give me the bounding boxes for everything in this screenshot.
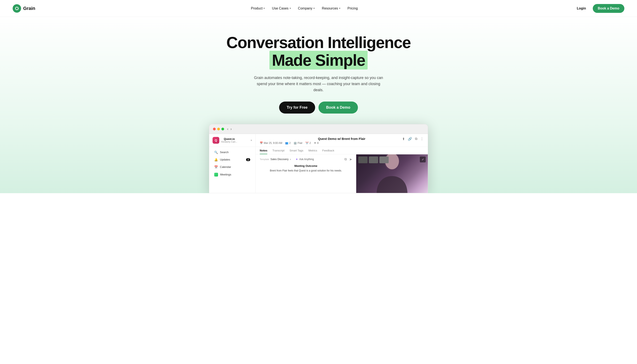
logo[interactable]: Grain [13,4,35,13]
share-icon[interactable]: ⬆ [402,137,405,141]
meeting-video: ⤢ [356,154,428,193]
org-name: Quest.io [222,137,237,140]
eye-icon: 👁 [314,142,316,144]
nav-links: Product ▾ Use Cases ▾ Company ▾ Resource… [248,5,361,12]
template-selector[interactable]: Template Sales Discovery ▾ [260,158,291,161]
app-content: Q Quest.io Kimberly Carl... ▾ 🔍 Search [209,134,428,193]
send-icon[interactable]: ➤ [349,157,352,161]
org-icon: Q [212,137,219,144]
chevron-down-icon: ▾ [290,7,291,10]
ask-anything-button[interactable]: ✦ Ask Anything [296,158,314,161]
meeting-views: 👁 8 [314,142,319,144]
forward-button[interactable]: › [230,127,232,131]
hero-title: Conversation Intelligence Made Simple [224,34,413,69]
book-demo-hero-button[interactable]: Book a Demo [318,102,358,114]
try-free-button[interactable]: Try for Free [279,102,315,114]
hero-cta: Try for Free Book a Demo [8,102,628,114]
login-button[interactable]: Login [574,5,590,12]
calendar-icon: 📅 [214,165,218,169]
meeting-company: 🏢 Flair [294,142,302,144]
browser-dots [213,128,224,130]
meeting-body: Template Sales Discovery ▾ ✦ Ask Anythin… [256,154,428,193]
svg-point-1 [16,7,18,10]
meeting-meta: 📅 Mar 25, 9:00 AM 👥 2 🏢 Flair [260,142,424,144]
video-thumbnails [358,156,389,163]
back-button[interactable]: ‹ [227,127,228,131]
video-placeholder: ⤢ [356,154,428,193]
meeting-title: Quest Demo w/ Brent from Flair [260,137,424,140]
sidebar-nav: 🔍 Search 🔔 Updates 2 📅 Calendar [209,147,255,180]
hero-subtitle: Grain automates note-taking, record-keep… [253,75,384,93]
company-icon: 🏢 [294,142,297,144]
nav-item-company[interactable]: Company ▾ [295,5,318,12]
hero-title-highlight: Made Simple [270,51,368,70]
calendar-small-icon: 📅 [260,142,263,144]
updates-badge: 2 [246,158,250,161]
nav-item-pricing[interactable]: Pricing [344,5,361,12]
ai-icon: ✦ [296,158,298,161]
tab-metrics[interactable]: Metrics [308,149,317,154]
navbar: Grain Product ▾ Use Cases ▾ Company ▾ Re… [0,0,637,17]
sidebar-item-search[interactable]: 🔍 Search [211,149,254,156]
sidebar-item-meetings[interactable]: Meetings [211,171,254,178]
nav-item-usecases[interactable]: Use Cases ▾ [269,5,294,12]
video-thumb-1 [358,156,368,163]
people-icon: 👥 [285,142,288,144]
chevron-template-icon: ▾ [290,158,291,160]
notes-toolbar: Template Sales Discovery ▾ ✦ Ask Anythin… [260,157,352,161]
video-thumb-2 [369,156,378,163]
sidebar-item-updates[interactable]: 🔔 Updates 2 [211,156,254,163]
meeting-tabs: Notes Transcript Smart Tags Metrics Feed… [256,147,428,154]
search-icon: 🔍 [214,150,218,154]
browser-toolbar: ‹ › [209,124,428,134]
browser-nav-buttons: ‹ › [227,127,232,131]
tab-smart-tags[interactable]: Smart Tags [290,149,303,154]
sidebar-chevron-icon: ▾ [251,139,252,142]
chevron-down-icon: ▾ [264,7,265,10]
book-demo-nav-button[interactable]: Book a Demo [593,4,624,13]
meeting-header-icons: ⬆ 🔗 ⧉ ⋮ [402,137,424,141]
org-info: Quest.io Kimberly Carl... [222,137,237,143]
app-preview: ‹ › Q Quest.io Kimberly Carl... [203,124,434,193]
sidebar-item-calendar[interactable]: 📅 Calendar [211,164,254,170]
app-main: Quest Demo w/ Brent from Flair 📅 Mar 25,… [256,134,428,193]
clip-icon: ✂️ [306,142,308,144]
meetings-icon [214,173,218,176]
meeting-notes: Template Sales Discovery ▾ ✦ Ask Anythin… [256,154,356,193]
chevron-down-icon: ▾ [314,7,315,10]
dot-yellow[interactable] [217,128,220,130]
nav-item-resources[interactable]: Resources ▾ [319,5,343,12]
layers-icon[interactable]: ⧉ [415,137,417,141]
tab-notes[interactable]: Notes [260,149,267,154]
chevron-down-icon: ▾ [339,7,340,10]
meeting-attendees: 👥 2 [285,142,291,144]
meeting-outcome-title: Meeting Outcome [260,164,352,168]
dot-red[interactable] [213,128,216,130]
notes-action-buttons: ⧉ ➤ [344,157,352,161]
app-sidebar: Q Quest.io Kimberly Carl... ▾ 🔍 Search [209,134,256,193]
browser-window: ‹ › Q Quest.io Kimberly Carl... [209,124,428,193]
hero-section: Conversation Intelligence Made Simple Gr… [0,17,637,193]
link-icon[interactable]: 🔗 [408,137,412,141]
grain-logo-icon [13,4,21,13]
more-icon[interactable]: ⋮ [420,137,424,141]
brand-name: Grain [23,6,35,11]
meeting-clips: ✂️ 2 [306,142,311,144]
copy-icon[interactable]: ⧉ [344,157,347,161]
sidebar-header: Q Quest.io Kimberly Carl... ▾ [209,134,255,147]
nav-actions: Login Book a Demo [574,4,624,13]
video-person: ⤢ [356,154,428,193]
video-thumb-3 [380,156,389,163]
sidebar-org[interactable]: Q Quest.io Kimberly Carl... [212,137,237,144]
video-expand-button[interactable]: ⤢ [420,156,426,162]
tab-feedback[interactable]: Feedback [322,149,334,154]
bell-icon: 🔔 [214,158,218,161]
tab-transcript[interactable]: Transcript [272,149,284,154]
nav-item-product[interactable]: Product ▾ [248,5,268,12]
meeting-outcome-text: Brent from Flair feels that Quest is a g… [260,169,352,172]
meeting-header-wrapper: Quest Demo w/ Brent from Flair 📅 Mar 25,… [256,134,428,147]
video-top-bar: ⤢ [358,156,426,163]
meeting-date: 📅 Mar 25, 9:00 AM [260,142,282,144]
dot-green[interactable] [222,128,224,130]
org-user: Kimberly Carl... [222,140,237,143]
